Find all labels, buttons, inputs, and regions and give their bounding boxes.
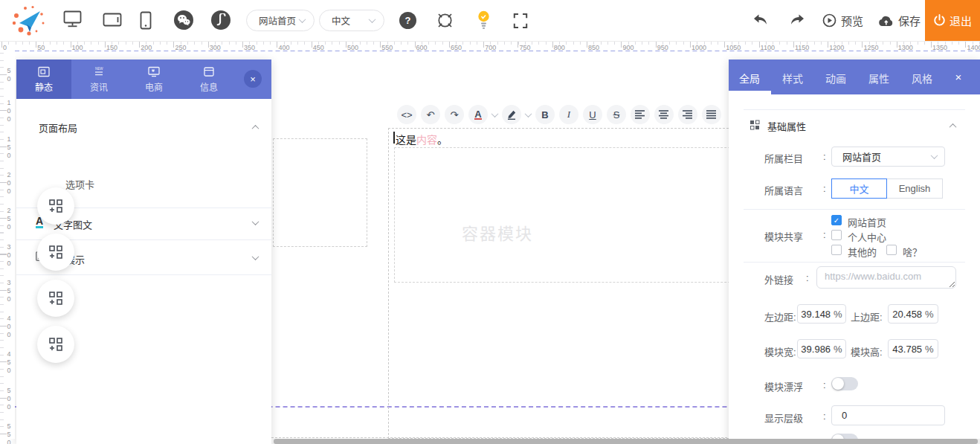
cloud-upload-icon (878, 14, 894, 27)
tab-ecommerce[interactable]: 电商 (126, 59, 181, 99)
highlight-chevron-icon[interactable] (525, 110, 532, 118)
editor-undo-button[interactable]: ↶ (421, 105, 440, 124)
grid-plus-icon (48, 245, 63, 260)
h-ruler-label: 750 (520, 44, 531, 51)
external-link-input[interactable] (816, 266, 956, 289)
strikethrough-icon: S (613, 109, 620, 120)
add-module-fab[interactable] (37, 187, 74, 225)
h-ruler-label: 1200 (829, 44, 844, 51)
module-item-tab-card-label[interactable]: 选项卡 (65, 177, 94, 191)
properties-panel-close-button[interactable]: × (952, 70, 965, 83)
share-checkbox[interactable] (831, 230, 842, 240)
font-color-button[interactable]: A (468, 105, 488, 124)
tab-style[interactable]: 样式 (782, 71, 803, 86)
add-module-fab[interactable] (37, 234, 74, 271)
tips-lightbulb-icon[interactable] (477, 9, 491, 30)
italic-button[interactable]: I (559, 105, 578, 124)
colon: : (823, 229, 826, 240)
add-module-fab[interactable] (37, 326, 74, 363)
close-icon: × (955, 71, 962, 83)
site-language-value: 中文 (332, 13, 350, 28)
h-ruler-label: 350 (244, 44, 255, 51)
colon: : (823, 183, 826, 194)
share-checkbox[interactable] (831, 245, 842, 255)
module-float-toggle[interactable] (831, 377, 858, 390)
tab-global[interactable]: 全局 (739, 71, 760, 86)
tab-news[interactable]: NEW 资讯 (71, 59, 126, 99)
share-checkbox[interactable] (886, 245, 897, 255)
basic-properties-collapse-icon[interactable] (950, 123, 957, 131)
modules-panel-header: 静态 NEW 资讯 电商 (16, 59, 271, 99)
align-left-button[interactable] (631, 105, 650, 124)
h-ruler-label: 1400 (967, 44, 980, 51)
percent-unit: % (925, 309, 934, 320)
column-select[interactable]: 网站首页 (831, 147, 945, 167)
share-checkbox[interactable] (831, 215, 842, 225)
wechat-icon[interactable] (174, 10, 193, 30)
rich-text-toolbar: <> ↶ ↷ A B I U S (397, 105, 721, 124)
module-width-input[interactable]: 39.986 % (797, 339, 846, 358)
v-ruler-label: 300 (5, 243, 13, 268)
align-center-button[interactable] (654, 105, 674, 124)
zindex-input[interactable]: 0 (831, 405, 945, 425)
preview-button[interactable]: 预览 (822, 0, 863, 41)
basic-properties-title[interactable]: 基础属性 (767, 119, 806, 133)
editor-redo-button[interactable]: ↷ (445, 105, 464, 124)
tab-info[interactable]: 信息 (181, 59, 236, 99)
section-text-image-expand-icon[interactable] (252, 218, 259, 225)
placeholder-module-box[interactable] (273, 138, 367, 247)
tab-animation[interactable]: 动画 (825, 71, 846, 86)
font-color-chevron-icon[interactable] (491, 110, 499, 118)
highlight-button[interactable] (502, 105, 521, 124)
exit-button[interactable]: 退出 (925, 0, 980, 41)
v-ruler-label: 200 (5, 171, 13, 196)
section-page-layout-collapse-icon[interactable] (252, 125, 259, 132)
add-module-fab[interactable] (37, 280, 74, 317)
tab-attributes[interactable]: 属性 (868, 71, 889, 86)
mobile-view-icon[interactable] (140, 11, 152, 30)
undo-icon[interactable] (752, 13, 768, 27)
colon: : (823, 151, 826, 162)
section-page-layout-label[interactable]: 页面布局 (39, 120, 77, 135)
margin-top-label: 上边距: (851, 309, 883, 324)
site-language-select[interactable]: 中文 (319, 10, 384, 31)
properties-panel-header: 全局 样式 动画 属性 风格 × (729, 59, 980, 94)
language-option-chinese[interactable]: 中文 (831, 178, 887, 199)
crosshair-icon[interactable] (436, 11, 454, 30)
module-share-label: 模块共享 (764, 229, 803, 243)
percent-unit: % (834, 344, 842, 355)
strikethrough-button[interactable]: S (607, 105, 626, 124)
save-button[interactable]: 保存 (878, 0, 921, 41)
desktop-view-icon[interactable] (63, 10, 82, 28)
colon: : (806, 272, 809, 283)
container-module-box[interactable] (394, 147, 782, 283)
language-option-english[interactable]: English (887, 178, 943, 199)
underline-button[interactable]: U (583, 105, 602, 124)
horizontal-scrollbar-thumb[interactable] (274, 439, 978, 444)
margin-left-input[interactable]: 39.148 % (797, 304, 846, 324)
tablet-view-icon[interactable] (103, 13, 122, 27)
modules-panel-close-button[interactable]: × (244, 70, 262, 88)
rich-text-content[interactable]: 这是内容。 (396, 132, 448, 147)
margin-top-input[interactable]: 20.458 % (888, 304, 938, 324)
section-display-expand-icon[interactable] (252, 253, 259, 260)
align-right-button[interactable] (678, 105, 697, 124)
tab-theme[interactable]: 风格 (912, 71, 932, 86)
mini-program-icon[interactable] (211, 10, 231, 30)
share-option-label[interactable]: 啥？ (903, 245, 922, 259)
redo-icon[interactable] (790, 13, 805, 27)
code-view-button[interactable]: <> (397, 105, 416, 124)
exit-label: 退出 (950, 13, 972, 28)
share-option-label[interactable]: 个人中心 (848, 230, 886, 244)
share-option-label[interactable]: 其他的 (848, 245, 877, 259)
bold-button[interactable]: B (535, 105, 555, 124)
share-option-label[interactable]: 网站首页 (848, 215, 886, 229)
align-justify-button[interactable] (702, 105, 721, 124)
module-height-input[interactable]: 43.785 % (888, 339, 938, 358)
page-select[interactable]: 网站首页 (246, 10, 315, 31)
horizontal-scrollbar[interactable] (271, 439, 980, 444)
h-ruler-label: 950 (657, 44, 668, 51)
fullscreen-icon[interactable] (512, 13, 529, 29)
help-icon[interactable]: ? (399, 12, 416, 29)
tab-static[interactable]: 静态 (16, 59, 71, 99)
